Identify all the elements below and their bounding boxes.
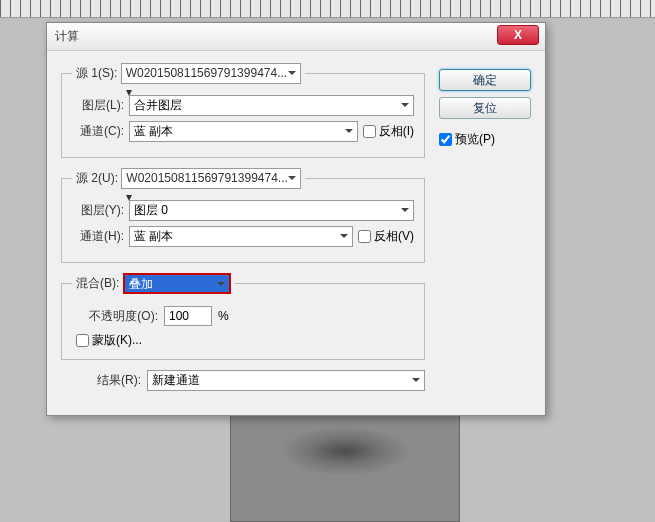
dialog-body: 源 1(S): W020150811569791399474... ▾ 图层(L…	[47, 51, 545, 415]
opacity-label: 不透明度(O):	[74, 308, 158, 325]
preview-checkbox[interactable]: 预览(P)	[439, 131, 531, 148]
source2-legend: 源 2(U): W020150811569791399474... ▾	[72, 168, 305, 189]
source1-layer-select[interactable]: 合并图层	[129, 95, 414, 116]
blend-mode-select[interactable]: 叠加	[123, 273, 231, 294]
result-label: 结果(R):	[89, 372, 141, 389]
cancel-button[interactable]: 复位	[439, 97, 531, 119]
source1-invert-input[interactable]	[363, 125, 376, 138]
source2-label: 源 2(U):	[76, 171, 118, 185]
mask-input[interactable]	[76, 334, 89, 347]
blend-legend: 混合(B): 叠加	[72, 273, 235, 294]
calculations-dialog: 计算 X 源 1(S): W020150811569791399474... ▾…	[46, 22, 546, 416]
source1-invert-label: 反相(I)	[379, 123, 414, 140]
opacity-input[interactable]: 100	[164, 306, 212, 326]
ruler-horizontal	[0, 0, 655, 18]
source2-invert-label: 反相(V)	[374, 228, 414, 245]
source1-file-select[interactable]: W020150811569791399474... ▾	[121, 63, 301, 84]
source1-legend: 源 1(S): W020150811569791399474... ▾	[72, 63, 305, 84]
source1-group: 源 1(S): W020150811569791399474... ▾ 图层(L…	[61, 63, 425, 158]
ok-button[interactable]: 确定	[439, 69, 531, 91]
dialog-title: 计算	[55, 28, 79, 45]
mask-checkbox[interactable]: 蒙版(K)...	[76, 332, 414, 349]
source1-channel-select[interactable]: 蓝 副本	[129, 121, 358, 142]
source1-layer-label: 图层(L):	[72, 97, 124, 114]
source2-invert-input[interactable]	[358, 230, 371, 243]
source2-channel-select[interactable]: 蓝 副本	[129, 226, 353, 247]
source1-label: 源 1(S):	[76, 66, 117, 80]
mask-label: 蒙版(K)...	[92, 332, 142, 349]
dialog-titlebar[interactable]: 计算 X	[47, 23, 545, 51]
close-button[interactable]: X	[497, 25, 539, 45]
blend-label: 混合(B):	[76, 276, 119, 290]
source1-invert-checkbox[interactable]: 反相(I)	[363, 123, 414, 140]
source2-file-select[interactable]: W020150811569791399474... ▾	[121, 168, 301, 189]
source2-group: 源 2(U): W020150811569791399474... ▾ 图层(Y…	[61, 168, 425, 263]
source2-layer-label: 图层(Y):	[72, 202, 124, 219]
preview-input[interactable]	[439, 133, 452, 146]
blend-group: 混合(B): 叠加 不透明度(O): 100 % 蒙版(K)...	[61, 273, 425, 360]
dialog-right-column: 确定 复位 预览(P)	[439, 63, 531, 397]
dialog-left-column: 源 1(S): W020150811569791399474... ▾ 图层(L…	[61, 63, 425, 397]
source2-channel-label: 通道(H):	[72, 228, 124, 245]
opacity-suffix: %	[218, 309, 229, 323]
source1-channel-label: 通道(C):	[72, 123, 124, 140]
result-select[interactable]: 新建通道	[147, 370, 425, 391]
source2-layer-select[interactable]: 图层 0	[129, 200, 414, 221]
source2-invert-checkbox[interactable]: 反相(V)	[358, 228, 414, 245]
preview-label: 预览(P)	[455, 131, 495, 148]
